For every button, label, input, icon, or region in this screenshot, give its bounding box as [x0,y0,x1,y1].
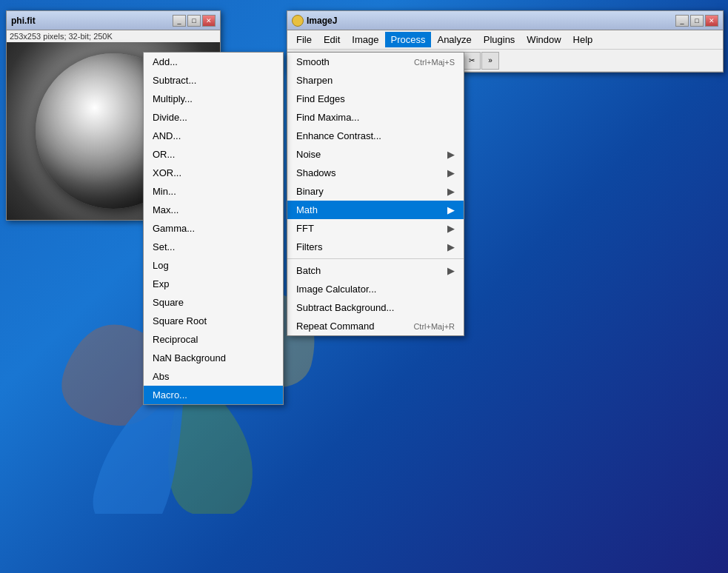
phi-close-button[interactable]: ✕ [202,15,216,27]
math-square-root[interactable]: Square Root [144,312,283,330]
phi-minimize-button[interactable]: _ [173,15,186,27]
process-menu-shadows[interactable]: Shadows ▶ [287,164,464,182]
process-shadows-label: Shadows [296,167,335,178]
math-gamma[interactable]: Gamma... [144,219,283,238]
math-and[interactable]: AND... [144,127,283,145]
phi-maximize-button[interactable]: □ [187,15,201,27]
math-set[interactable]: Set... [144,238,283,256]
imagej-maximize-button[interactable]: □ [690,15,704,27]
tool-more[interactable]: » [481,52,499,70]
process-math-arrow: ▶ [447,204,455,215]
process-menu-repeat-command[interactable]: Repeat Command Ctrl+Maj+R [287,317,464,335]
math-macro[interactable]: Macro... [144,386,283,404]
process-filters-arrow: ▶ [447,241,455,252]
menu-window[interactable]: Window [521,32,567,47]
math-xor[interactable]: XOR... [144,164,283,182]
process-menu-math[interactable]: Math ▶ [287,201,464,219]
process-repeat-shortcut: Ctrl+Maj+R [413,322,455,331]
math-add[interactable]: Add... [144,53,283,71]
process-fft-label: FFT [296,223,314,234]
math-submenu: Add... Subtract... Multiply... Divide...… [143,52,284,405]
math-exp[interactable]: Exp [144,275,283,293]
phi-title: phi.fit [11,16,36,26]
math-divide[interactable]: Divide... [144,108,283,127]
process-separator-1 [287,258,464,259]
process-menu-sharpen[interactable]: Sharpen [287,71,464,90]
imagej-titlebar: ImageJ _ □ ✕ [287,11,723,30]
process-menu-noise[interactable]: Noise ▶ [287,145,464,164]
imagej-minimize-button[interactable]: _ [675,15,689,27]
process-math-label: Math [296,204,318,215]
phi-image-info: 253x253 pixels; 32-bit; 250K [7,30,220,42]
imagej-title-text: ImageJ [307,16,337,26]
math-square[interactable]: Square [144,293,283,312]
process-find-maxima-label: Find Maxima... [296,112,359,123]
process-dropdown-menu: Smooth Ctrl+Maj+S Sharpen Find Edges Fin… [287,52,464,336]
menu-help[interactable]: Help [567,32,599,47]
process-menu-subtract-bg[interactable]: Subtract Background... [287,298,464,317]
process-batch-arrow: ▶ [447,265,455,276]
menu-image[interactable]: Image [346,32,384,47]
phi-titlebar: phi.fit _ □ ✕ [7,11,220,30]
process-sharpen-label: Sharpen [296,75,333,86]
imagej-title-area: ImageJ [292,15,337,27]
menu-plugins[interactable]: Plugins [478,32,521,47]
imagej-menubar: File Edit Image Process Analyze Plugins … [287,30,723,50]
process-menu-enhance-contrast[interactable]: Enhance Contrast... [287,127,464,145]
process-menu-fft[interactable]: FFT ▶ [287,219,464,238]
process-fft-arrow: ▶ [447,223,455,234]
math-log[interactable]: Log [144,256,283,275]
menu-analyze[interactable]: Analyze [431,32,477,47]
math-abs[interactable]: Abs [144,367,283,386]
process-menu-binary[interactable]: Binary ▶ [287,182,464,201]
tool-scissors[interactable]: ✂ [463,52,481,70]
imagej-app-icon [292,15,304,27]
process-menu-batch[interactable]: Batch ▶ [287,261,464,280]
math-nan-background[interactable]: NaN Background [144,349,283,367]
imagej-window-controls: _ □ ✕ [675,15,718,27]
math-min[interactable]: Min... [144,182,283,201]
process-smooth-label: Smooth [296,56,330,67]
math-max[interactable]: Max... [144,201,283,219]
process-menu-image-calculator[interactable]: Image Calculator... [287,280,464,298]
process-binary-arrow: ▶ [447,186,455,197]
process-find-edges-label: Find Edges [296,93,345,104]
process-noise-arrow: ▶ [447,149,455,160]
menu-process[interactable]: Process [385,32,432,47]
process-noise-label: Noise [296,149,321,160]
process-smooth-shortcut: Ctrl+Maj+S [414,58,455,67]
process-menu-smooth[interactable]: Smooth Ctrl+Maj+S [287,53,464,71]
process-binary-label: Binary [296,186,324,197]
math-reciprocal[interactable]: Reciprocal [144,330,283,349]
menu-edit[interactable]: Edit [318,32,346,47]
process-subtract-bg-label: Subtract Background... [296,302,394,313]
process-repeat-command-label: Repeat Command [296,321,375,332]
process-menu-find-edges[interactable]: Find Edges [287,90,464,108]
process-enhance-contrast-label: Enhance Contrast... [296,130,381,141]
process-menu-find-maxima[interactable]: Find Maxima... [287,108,464,127]
math-or[interactable]: OR... [144,145,283,164]
process-shadows-arrow: ▶ [447,167,455,178]
process-menu-filters[interactable]: Filters ▶ [287,238,464,256]
imagej-close-button[interactable]: ✕ [705,15,718,27]
math-multiply[interactable]: Multiply... [144,90,283,108]
phi-window-controls: _ □ ✕ [173,15,216,27]
math-subtract[interactable]: Subtract... [144,71,283,90]
menu-file[interactable]: File [290,32,318,47]
process-filters-label: Filters [296,241,322,252]
process-image-calculator-label: Image Calculator... [296,284,376,295]
process-batch-label: Batch [296,265,321,276]
